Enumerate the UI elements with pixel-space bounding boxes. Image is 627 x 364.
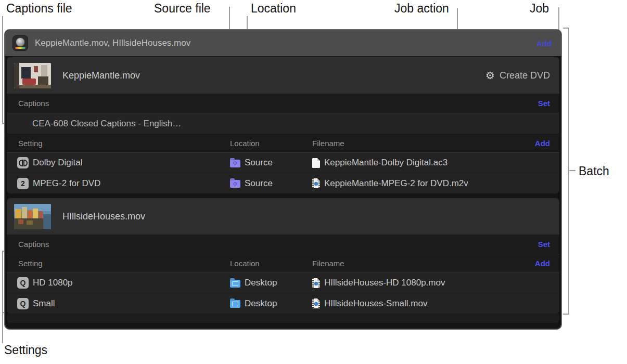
batch-header-bar: KeppieMantle.mov, HIllsideHouses.mov Add <box>5 30 561 56</box>
audio-document-icon <box>312 158 320 168</box>
compressor-lens <box>16 37 25 47</box>
captions-header-label: Captions <box>18 240 49 249</box>
movie-document-icon <box>312 178 320 188</box>
batch-bracket-top-tick <box>563 28 569 29</box>
batch-add-button[interactable]: Add <box>536 39 552 48</box>
setting-row-small[interactable]: Q Small Desktop HIllsideHouses-Small.mov <box>7 293 559 314</box>
filename-value: KeppieMantle-Dolby Digital.ac3 <box>324 158 447 168</box>
setting-row-hd1080p[interactable]: Q HD 1080p Desktop HIllsideHouses-HD 108… <box>7 273 559 293</box>
job-thumbnail-hillsidehouses <box>14 204 51 229</box>
captions-file-line-vertical <box>2 16 3 124</box>
numbered-badge-icon: 2 <box>17 178 29 189</box>
location-column-header: Location <box>230 259 312 268</box>
outputs-section-header: Setting Location Filename Add <box>7 134 559 153</box>
callout-settings: Settings <box>4 342 47 358</box>
divider <box>5 193 561 198</box>
filename-column-header: Filename <box>312 139 535 148</box>
purple-folder-gear-icon <box>230 180 240 188</box>
filename-value: HIllsideHouses-HD 1080p.mov <box>324 278 445 288</box>
job-row[interactable]: KeppieMantle.mov ⚙ Create DVD <box>7 57 559 94</box>
compressor-batch-window: KeppieMantle.mov, HIllsideHouses.mov Add <box>4 29 562 330</box>
job-action-label: Create DVD <box>500 70 550 81</box>
callout-batch: Batch <box>579 163 609 179</box>
captions-file-row[interactable]: CEA-608 Closed Captions - English… <box>7 113 559 134</box>
screenshot-stage: Captions file Source file Location Job a… <box>0 0 627 364</box>
movie-document-icon <box>312 298 320 308</box>
captions-file-value: CEA-608 Closed Captions - English… <box>32 119 181 129</box>
setting-column-header: Setting <box>18 259 230 268</box>
location-value: Source <box>245 178 273 189</box>
compressor-rainbow <box>15 47 25 49</box>
captions-set-button[interactable]: Set <box>538 240 550 249</box>
setting-name: MPEG-2 for DVD <box>33 178 100 189</box>
batch-bracket-vertical <box>568 28 569 315</box>
job-card-hillsidehouses: HIllsideHouses.mov Captions Set Setting … <box>7 198 559 314</box>
setting-row-dolby-digital[interactable]: Dolby Digital Source KeppieMantle-Dolby … <box>7 153 559 173</box>
callout-captions-file: Captions file <box>6 1 72 16</box>
batch-bracket-bottom-tick <box>563 314 569 315</box>
callout-job-action: Job action <box>394 1 449 16</box>
compressor-app-icon <box>12 35 28 51</box>
job-card-keppiemantle: KeppieMantle.mov ⚙ Create DVD Captions S… <box>7 57 559 193</box>
batch-empty-area <box>7 314 559 323</box>
source-file-name: HIllsideHouses.mov <box>62 211 145 222</box>
gear-icon: ⚙ <box>485 70 495 81</box>
captions-header-label: Captions <box>18 99 49 108</box>
quicktime-badge-icon: Q <box>17 277 29 289</box>
movie-document-icon <box>312 278 320 288</box>
location-value: Desktop <box>245 298 277 309</box>
filename-column-header: Filename <box>312 259 535 268</box>
outputs-section-header: Setting Location Filename Add <box>7 254 559 273</box>
outputs-add-button[interactable]: Add <box>535 139 550 148</box>
callout-job: Job <box>530 1 549 16</box>
source-file-name: KeppieMantle.mov <box>62 70 140 81</box>
outputs-add-button[interactable]: Add <box>535 259 550 268</box>
settings-bracket-vertical <box>2 251 3 343</box>
setting-row-mpeg2[interactable]: 2 MPEG-2 for DVD Source KeppieMantle-MPE… <box>7 173 559 193</box>
quicktime-badge-icon: Q <box>17 298 29 309</box>
setting-name: Dolby Digital <box>33 158 82 168</box>
setting-name: HD 1080p <box>33 278 73 288</box>
callout-source-file: Source file <box>154 1 211 16</box>
blue-folder-icon <box>230 300 240 308</box>
captions-set-button[interactable]: Set <box>538 99 550 108</box>
batch-label-tick <box>568 170 575 171</box>
location-column-header: Location <box>230 139 312 148</box>
captions-section-header: Captions Set <box>7 94 559 113</box>
job-row[interactable]: HIllsideHouses.mov <box>7 198 559 235</box>
job-action-button[interactable]: ⚙ Create DVD <box>485 70 550 81</box>
filename-value: KeppieMantle-MPEG-2 for DVD.m2v <box>324 178 468 189</box>
job-thumbnail-keppiemantle <box>14 63 51 88</box>
captions-section-header: Captions Set <box>7 235 559 254</box>
location-value: Desktop <box>245 278 277 288</box>
blue-folder-icon <box>230 280 240 288</box>
setting-name: Small <box>33 298 55 309</box>
filename-value: HIllsideHouses-Small.mov <box>324 298 427 309</box>
callout-location: Location <box>251 1 296 16</box>
setting-column-header: Setting <box>18 139 230 148</box>
dolby-digital-icon <box>17 157 29 168</box>
location-value: Source <box>245 158 273 168</box>
batch-title: KeppieMantle.mov, HIllsideHouses.mov <box>35 38 190 48</box>
purple-folder-gear-icon <box>230 160 240 167</box>
